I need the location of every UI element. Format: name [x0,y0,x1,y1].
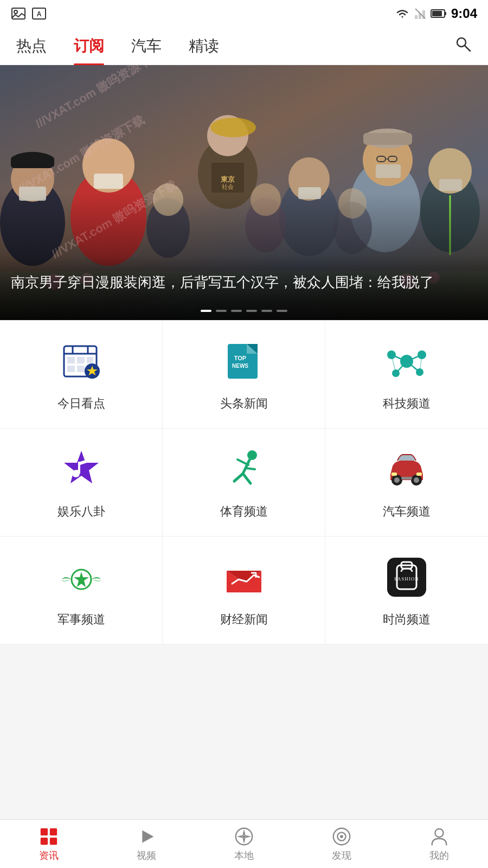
hero-dot-4[interactable] [246,310,257,312]
svg-rect-83 [78,462,80,474]
channel-topnews[interactable]: TOP NEWS 头条新闻 [163,321,325,429]
status-left-icons: A [11,6,47,21]
hero-title: 南京男子穿日漫服装闲逛，后背写五个汉字，被众人围堵：给我脱了 [11,272,477,293]
svg-marker-113 [242,837,246,843]
svg-line-12 [465,46,470,51]
person-icon [429,826,450,847]
channel-auto[interactable]: 汽车频道 [325,429,488,537]
hero-banner[interactable]: 東京 社会 [0,65,488,320]
svg-point-91 [394,477,400,483]
svg-line-87 [246,468,255,469]
svg-line-86 [237,459,248,465]
svg-rect-104 [41,828,48,835]
svg-text:A: A [37,10,42,18]
channel-finance-icon [220,553,268,602]
bottom-nav-discover-label: 发现 [332,849,351,862]
status-right-icons: 9:04 [395,6,477,21]
signal-off-icon [414,8,426,20]
time-display: 9:04 [451,6,477,21]
svg-marker-108 [142,830,153,843]
bottom-nav-mine-label: 我的 [429,849,449,862]
channel-sports[interactable]: 体育频道 [163,429,325,537]
channel-military[interactable]: 军事频道 [0,537,163,644]
channel-sports-icon [220,445,268,494]
channel-entertainment-icon [57,445,106,494]
svg-point-84 [247,450,257,460]
hero-dot-3[interactable] [231,310,242,312]
bottom-nav-mine[interactable]: 我的 [390,820,488,868]
channel-finance-label: 财经新闻 [220,611,268,628]
svg-marker-112 [245,835,251,838]
svg-line-89 [243,474,251,483]
nav-bar: 热点 订阅 汽车 精读 [0,27,488,65]
bottom-nav-news[interactable]: 资讯 [0,820,98,868]
search-icon [454,35,472,53]
channels-grid: 今日看点 TOP NEWS 头条新闻 [0,320,488,644]
channel-auto-icon [382,445,431,494]
photo-icon [11,6,26,21]
search-button[interactable] [454,35,472,56]
target-icon [331,826,352,847]
channel-today-icon [57,337,106,386]
channel-military-label: 军事频道 [57,611,105,628]
tab-hot[interactable]: 热点 [16,27,47,65]
channel-today[interactable]: 今日看点 [0,321,163,429]
channel-entertainment-label: 娱乐八卦 [57,503,105,520]
svg-point-1 [14,10,17,14]
svg-marker-98 [74,572,89,587]
channel-entertainment[interactable]: 娱乐八卦 [0,429,163,537]
channel-military-icon [57,553,106,602]
tab-car[interactable]: 汽车 [131,27,162,65]
svg-rect-4 [415,15,418,19]
bottom-nav-video[interactable]: 视频 [98,820,195,868]
play-icon [136,826,157,847]
channel-tech-icon [382,337,431,386]
bottom-nav-discover[interactable]: 发现 [293,820,390,868]
hero-dot-6[interactable] [277,310,287,312]
bottom-nav-local[interactable]: 本地 [195,820,293,868]
svg-rect-106 [41,837,48,844]
svg-rect-105 [50,828,57,835]
svg-point-117 [340,835,343,838]
bottom-nav-news-label: 资讯 [39,849,59,862]
tab-read[interactable]: 精读 [189,27,219,65]
channel-finance[interactable]: 财经新闻 [163,537,325,644]
channel-fashion[interactable]: FASHION 时尚频道 [325,537,488,644]
svg-text:TOP: TOP [234,355,246,361]
bottom-nav-local-label: 本地 [234,849,254,862]
wifi-icon [395,8,410,19]
text-icon: A [31,6,47,21]
svg-point-118 [435,828,443,837]
svg-rect-9 [445,12,446,15]
channel-topnews-icon: TOP NEWS [220,337,268,386]
hero-dot-5[interactable] [261,310,272,312]
svg-line-88 [234,474,243,481]
channel-fashion-label: 时尚频道 [383,611,431,628]
hero-dot-1[interactable] [201,310,211,312]
hero-dots [201,310,287,312]
channel-topnews-label: 头条新闻 [220,395,268,412]
grid-icon [38,826,59,847]
svg-text:FASHION: FASHION [394,576,419,582]
svg-rect-10 [432,11,442,16]
channel-tech[interactable]: 科技频道 [325,321,488,429]
bottom-nav: 资讯 视频 本地 发现 我的 [0,819,488,868]
svg-point-110 [242,835,246,838]
channel-sports-label: 体育频道 [220,503,268,520]
compass-icon [234,826,254,847]
svg-rect-62 [67,366,75,372]
svg-rect-95 [391,473,397,476]
svg-rect-94 [401,477,412,480]
svg-marker-114 [237,835,243,838]
hero-dot-2[interactable] [216,310,227,312]
channel-fashion-icon: FASHION [382,553,431,602]
battery-icon [431,9,447,18]
status-bar: A 9:04 [0,0,488,27]
tab-subscribe[interactable]: 订阅 [74,27,104,65]
bottom-nav-video-label: 视频 [137,849,156,862]
channel-tech-label: 科技频道 [383,395,431,412]
svg-rect-107 [50,837,57,844]
svg-marker-82 [64,451,99,483]
svg-rect-63 [77,366,85,372]
svg-rect-59 [67,357,75,363]
